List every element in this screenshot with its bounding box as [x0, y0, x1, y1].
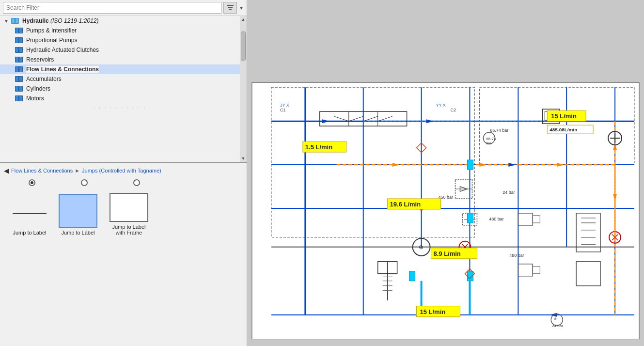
tree-item-pumps[interactable]: Pumps & Intensifier [0, 26, 240, 35]
motors-icon [15, 94, 24, 102]
tree-scrollbar[interactable]: ▲ ▼ [240, 16, 247, 162]
symbol1-preview [10, 199, 49, 228]
breadcrumb-separator: ► [75, 168, 80, 173]
line-icon [13, 213, 47, 214]
option3-container [112, 179, 161, 189]
breadcrumb-flowlines[interactable]: Flow Lines & Connections [11, 168, 73, 173]
symbol3-label: Jump to Labelwith Frame [112, 224, 145, 236]
tree-item-hydraulic[interactable]: ▼ Hydraulic (ISO 1219-1:2012) [0, 16, 240, 26]
breadcrumb: ◀ Flow Lines & Connections ► Jumps (Cont… [4, 167, 243, 174]
reservoirs-icon [15, 56, 24, 63]
tree-root-label: Hydraulic (ISO 1219-1:2012) [22, 17, 98, 24]
breadcrumb-jumps[interactable]: Jumps (Controlled with Tagname) [82, 168, 161, 173]
svg-text:485.08L/min: 485.08L/min [550, 127, 577, 132]
svg-text:JY X: JY X [280, 103, 289, 108]
svg-text:19.6 L/min: 19.6 L/min [390, 201, 421, 208]
svg-text:⊕: ⊕ [419, 244, 424, 251]
svg-text:C2: C2 [450, 108, 456, 112]
symbol1-label: Jump to Label [13, 230, 46, 236]
hydraulic-icon [11, 17, 20, 25]
symbol2-label: Jump to Label [61, 230, 94, 236]
diagram-area[interactable]: JY X C1 YY X C2 [247, 0, 644, 346]
tree-reservoirs-label: Reservoirs [26, 56, 54, 63]
radio-option2[interactable] [81, 179, 88, 186]
svg-text:480 bar: 480 bar [509, 253, 524, 258]
accumulators-icon [15, 75, 24, 83]
tree-item-accumulators[interactable]: Accumulators [0, 74, 240, 84]
svg-text:65.74 bar: 65.74 bar [490, 128, 508, 133]
back-icon[interactable]: ◀ [4, 167, 9, 174]
symbols-row: Jump to Label Jump to Label Jump to Labe… [4, 193, 243, 236]
option1-container [8, 179, 56, 189]
radio-row [4, 179, 243, 189]
svg-rect-112 [467, 213, 473, 223]
svg-rect-2 [229, 9, 232, 10]
tree-toggle-hydraulic[interactable]: ▼ [4, 18, 11, 24]
scroll-up-icon[interactable]: ▲ [241, 17, 246, 22]
search-input[interactable] [3, 2, 221, 14]
symbol3-preview [110, 193, 148, 222]
svg-rect-0 [227, 5, 234, 6]
tree-content: ▼ Hydraulic (ISO 1219-1:2012) [0, 16, 240, 162]
svg-text:24 bar: 24 bar [552, 324, 563, 328]
symbol3[interactable]: Jump to Labelwith Frame [105, 193, 153, 236]
tree-motors-label: Motors [26, 95, 44, 102]
svg-text:bar: bar [486, 142, 491, 145]
svg-text:⊘: ⊘ [554, 317, 557, 320]
tree-item-clutches[interactable]: Hydraulic Actuated Clutches [0, 45, 240, 55]
diagram-svg: JY X C1 YY X C2 [247, 0, 644, 346]
svg-text:8.9 L/min: 8.9 L/min [434, 250, 461, 257]
tree-item-proportional[interactable]: Proportional Pumps [0, 35, 240, 45]
cylinders-icon [15, 85, 24, 93]
radio-option3[interactable] [133, 179, 140, 186]
search-bar: ▼ [0, 0, 247, 16]
svg-rect-1 [228, 7, 233, 8]
filter-icon-button[interactable] [223, 2, 237, 14]
svg-text:65.74: 65.74 [486, 137, 496, 141]
flowlines-icon [15, 65, 24, 73]
symbol2-preview [59, 194, 97, 228]
svg-text:24 bar: 24 bar [503, 190, 515, 195]
svg-text:15 L/min: 15 L/min [551, 112, 577, 120]
tree-pumps-label: Pumps & Intensifier [26, 27, 77, 34]
tree-cylinders-label: Cylinders [26, 85, 50, 92]
tree-flowlines-label: Flow Lines & Connections [26, 66, 99, 73]
tree-accumulators-label: Accumulators [26, 76, 62, 82]
tree-section: ▼ Hydraulic (ISO 1219-1:2012) [0, 16, 247, 162]
dots-separator: · · · · · · · · · · [0, 103, 240, 112]
tree-item-flowlines[interactable]: Flow Lines & Connections [0, 64, 240, 74]
svg-text:480 bar: 480 bar [489, 217, 503, 221]
option2-container [60, 179, 109, 189]
tree-proportional-label: Proportional Pumps [26, 37, 77, 44]
pumps-icon [15, 27, 24, 34]
tree-item-motors[interactable]: Motors [0, 94, 240, 103]
clutches-icon [15, 46, 24, 54]
proportional-icon [15, 36, 24, 44]
radio-option1[interactable] [29, 179, 35, 186]
svg-text:YY X: YY X [436, 103, 446, 108]
scroll-down-icon[interactable]: ▼ [241, 156, 246, 161]
tree-item-cylinders[interactable]: Cylinders [0, 84, 240, 94]
svg-rect-113 [409, 271, 415, 281]
svg-rect-111 [467, 160, 473, 170]
tree-item-reservoirs[interactable]: Reservoirs [0, 55, 240, 64]
svg-text:1.5 L/min: 1.5 L/min [305, 143, 332, 151]
tree-clutches-label: Hydraulic Actuated Clutches [26, 47, 99, 53]
svg-text:450 bar: 450 bar [439, 195, 453, 200]
svg-text:C1: C1 [280, 108, 285, 112]
symbol1[interactable]: Jump to Label [8, 199, 51, 236]
svg-text:15 L/min: 15 L/min [420, 308, 446, 315]
left-panel: ▼ ▼ Hydraulic (ISO 1219-1:2012) [0, 0, 247, 346]
scroll-thumb[interactable] [241, 31, 246, 61]
symbol2[interactable]: Jump to Label [56, 194, 100, 236]
dropdown-arrow-icon[interactable]: ▼ [239, 5, 244, 11]
bottom-panel: ◀ Flow Lines & Connections ► Jumps (Cont… [0, 162, 247, 346]
